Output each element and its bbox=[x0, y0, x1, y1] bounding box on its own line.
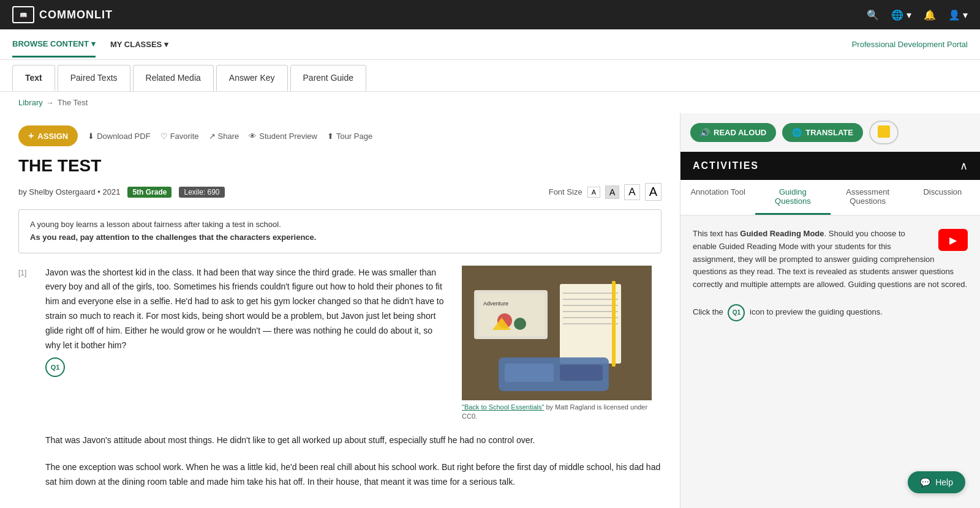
globe-icon[interactable]: 🌐 ▾ bbox=[891, 9, 911, 21]
logo[interactable]: 📖 COMMONLIT bbox=[12, 6, 113, 23]
share-link[interactable]: ↗ Share bbox=[209, 132, 239, 141]
paragraph-2: That was Javon's attitude about most thi… bbox=[18, 433, 662, 448]
tab-guiding-questions[interactable]: Guiding Questions bbox=[755, 180, 830, 215]
speaker-icon: 🔊 bbox=[700, 128, 710, 137]
image-caption: "Back to School Essentials" by Matt Ragl… bbox=[462, 403, 652, 422]
grade-badge: 5th Grade bbox=[127, 187, 172, 198]
image-caption-link[interactable]: "Back to School Essentials" bbox=[462, 403, 544, 411]
font-size-large[interactable]: A bbox=[624, 184, 639, 200]
professional-portal-link[interactable]: Professional Development Portal bbox=[852, 40, 968, 49]
content-tabs: Text Paired Texts Related Media Answer K… bbox=[0, 60, 980, 92]
tab-assessment-questions[interactable]: Assessment Questions bbox=[831, 180, 905, 215]
paragraph-1: [1] Adventure bbox=[18, 266, 662, 422]
breadcrumb-library[interactable]: Library bbox=[18, 98, 43, 107]
activity-tabs: Annotation Tool Guiding Questions Assess… bbox=[680, 180, 980, 215]
inline-image: Adventure bbox=[462, 266, 652, 422]
my-classes-chevron: ▾ bbox=[164, 40, 168, 49]
browse-content-chevron: ▾ bbox=[91, 39, 96, 48]
svg-rect-16 bbox=[505, 364, 554, 382]
right-panel: 🔊 READ ALOUD 🌐 TRANSLATE ACTIVITIES ∧ An… bbox=[680, 113, 980, 508]
tab-annotation-tool[interactable]: Annotation Tool bbox=[680, 180, 755, 215]
text-image: Adventure bbox=[462, 266, 652, 400]
help-button[interactable]: 💬 Help bbox=[908, 471, 965, 493]
assign-button[interactable]: ASSIGN bbox=[18, 125, 78, 146]
text-title: THE TEST bbox=[18, 156, 662, 176]
tour-page-link[interactable]: ⬆ Tour Page bbox=[327, 132, 372, 141]
font-size-label: Font Size bbox=[549, 187, 582, 196]
secondary-nav: BROWSE CONTENT ▾ MY CLASSES ▾ Profession… bbox=[0, 29, 980, 60]
bell-icon[interactable]: 🔔 bbox=[924, 9, 936, 21]
svg-rect-14 bbox=[612, 281, 616, 367]
search-icon[interactable]: 🔍 bbox=[867, 9, 879, 21]
paragraph-num-3 bbox=[18, 460, 36, 490]
svg-text:Adventure: Adventure bbox=[483, 301, 508, 307]
intro-plain-text: A young boy learns a lesson about fairne… bbox=[30, 220, 281, 229]
my-classes-label: MY CLASSES bbox=[110, 40, 162, 49]
text-body: [1] Adventure bbox=[18, 266, 662, 490]
tab-related-media[interactable]: Related Media bbox=[133, 65, 214, 91]
paragraph-content-3: The one exception was school work. When … bbox=[45, 460, 662, 490]
content-toolbar: ASSIGN ⬇ Download PDF ♡ Favorite ↗ Share… bbox=[18, 125, 662, 146]
font-size-controls: Font Size A A A A bbox=[549, 183, 662, 201]
download-pdf-link[interactable]: ⬇ Download PDF bbox=[88, 132, 150, 141]
tab-paired-texts[interactable]: Paired Texts bbox=[58, 65, 130, 91]
paragraph-text-2: That was Javon's attitude about most thi… bbox=[45, 433, 662, 448]
paragraph-content-1: Adventure bbox=[45, 266, 652, 422]
highlighter-icon bbox=[878, 125, 890, 138]
logo-text: COMMONLIT bbox=[39, 9, 113, 21]
youtube-button[interactable]: ▶ bbox=[938, 229, 968, 251]
q1-icon-inline: Q1 bbox=[728, 304, 745, 321]
lexile-badge: Lexile: 690 bbox=[179, 187, 224, 198]
logo-icon: 📖 bbox=[12, 6, 34, 23]
q1-marker[interactable]: Q1 bbox=[45, 357, 65, 377]
book-bag-image: Adventure bbox=[462, 266, 652, 400]
panel-collapse-button[interactable]: ∧ bbox=[960, 159, 968, 173]
translate-button[interactable]: 🌐 TRANSLATE bbox=[782, 123, 863, 142]
highlight-button[interactable] bbox=[869, 121, 899, 144]
tab-answer-key[interactable]: Answer Key bbox=[216, 65, 288, 91]
panel-content: ▶ This text has Guided Reading Mode. Sho… bbox=[680, 215, 980, 508]
breadcrumb-current: The Test bbox=[58, 98, 88, 107]
breadcrumb-arrow: → bbox=[47, 99, 54, 107]
meta-row: by Shelby Ostergaard • 2021 5th Grade Le… bbox=[18, 183, 662, 201]
svg-rect-17 bbox=[560, 365, 603, 381]
breadcrumb: Library → The Test bbox=[0, 92, 980, 113]
user-icon[interactable]: 👤 ▾ bbox=[948, 9, 968, 21]
paragraph-3: The one exception was school work. When … bbox=[18, 460, 662, 490]
svg-rect-2 bbox=[477, 293, 545, 336]
tab-parent-guide[interactable]: Parent Guide bbox=[290, 65, 367, 91]
my-classes-nav[interactable]: MY CLASSES ▾ bbox=[110, 40, 168, 49]
read-aloud-button[interactable]: 🔊 READ ALOUD bbox=[690, 123, 776, 142]
font-size-medium[interactable]: A bbox=[605, 185, 619, 199]
paragraph-text-3: The one exception was school work. When … bbox=[45, 460, 662, 490]
browse-content-label: BROWSE CONTENT bbox=[12, 39, 89, 48]
content-area: ASSIGN ⬇ Download PDF ♡ Favorite ↗ Share… bbox=[0, 113, 680, 508]
intro-focus-text: As you read, pay attention to the challe… bbox=[30, 233, 316, 242]
paragraph-num-1: [1] bbox=[18, 266, 36, 422]
font-size-small[interactable]: A bbox=[587, 187, 600, 198]
student-preview-link[interactable]: 👁 Student Preview bbox=[249, 132, 317, 141]
chat-icon: 💬 bbox=[920, 477, 930, 487]
browse-content-nav[interactable]: BROWSE CONTENT ▾ bbox=[12, 39, 96, 58]
intro-box: A young boy learns a lesson about fairne… bbox=[18, 209, 662, 253]
activities-title: ACTIVITIES bbox=[693, 160, 759, 171]
secondary-nav-left: BROWSE CONTENT ▾ MY CLASSES ▾ bbox=[12, 39, 168, 50]
svg-point-5 bbox=[514, 318, 526, 330]
guided-reading-description: This text has Guided Reading Mode. Shoul… bbox=[693, 228, 968, 291]
top-nav: 📖 COMMONLIT 🔍 🌐 ▾ 🔔 👤 ▾ bbox=[0, 0, 980, 29]
paragraph-num-2 bbox=[18, 433, 36, 448]
main-layout: ASSIGN ⬇ Download PDF ♡ Favorite ↗ Share… bbox=[0, 113, 980, 508]
favorite-link[interactable]: ♡ Favorite bbox=[160, 132, 199, 141]
activities-header: ACTIVITIES ∧ bbox=[680, 152, 980, 180]
tab-text[interactable]: Text bbox=[12, 65, 55, 91]
click-q1-description: Click the Q1 icon to preview the guiding… bbox=[693, 304, 968, 321]
action-buttons-row: 🔊 READ ALOUD 🌐 TRANSLATE bbox=[680, 113, 980, 152]
top-nav-right: 🔍 🌐 ▾ 🔔 👤 ▾ bbox=[867, 9, 968, 21]
paragraph-content-2: That was Javon's attitude about most thi… bbox=[45, 433, 662, 448]
font-size-xlarge[interactable]: A bbox=[645, 183, 662, 201]
author-label: by Shelby Ostergaard • 2021 bbox=[18, 187, 120, 196]
translate-icon: 🌐 bbox=[792, 128, 802, 137]
tab-discussion[interactable]: Discussion bbox=[905, 180, 980, 215]
